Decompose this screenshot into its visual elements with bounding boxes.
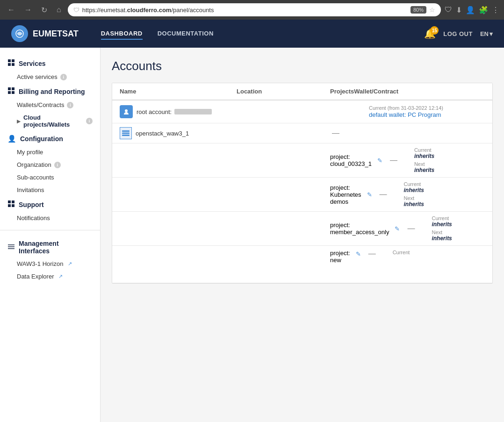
sidebar-section-management[interactable]: ManagementInterfaces xyxy=(0,236,100,257)
menu-icon[interactable]: ⋮ xyxy=(492,6,499,14)
sidebar-divider-1 xyxy=(0,230,100,230)
sidebar-item-sub-accounts[interactable]: Sub-accounts xyxy=(0,171,100,184)
project-2-location xyxy=(229,212,323,245)
project-2-projects: project: member_access_only ✎ — xyxy=(323,212,424,245)
project-2-current-label: Current xyxy=(432,215,452,221)
svg-rect-18 xyxy=(122,133,130,134)
project-1-current-label: Current xyxy=(404,181,424,187)
project-1-wallet: Current inherits ✎ Next inherits ✎ xyxy=(396,178,504,211)
svg-rect-2 xyxy=(12,59,14,62)
project-1-minus-button[interactable]: — xyxy=(378,190,389,199)
sidebar-section-billing[interactable]: Billing and Reporting xyxy=(0,83,100,99)
waw3-horizon-label: WAW3-1 Horizon xyxy=(17,260,63,267)
project-0-next-row: Next inherits ✎ xyxy=(414,160,504,174)
notifications-button[interactable]: 🔔 15 xyxy=(424,28,436,39)
project-0-minus-button[interactable]: — xyxy=(388,156,399,165)
root-location-cell xyxy=(229,100,323,123)
management-icon xyxy=(7,243,15,252)
account-person-icon xyxy=(120,105,133,118)
sidebar-item-notifications[interactable]: Notifications xyxy=(0,212,100,224)
billing-icon xyxy=(7,87,15,96)
project-row-2: project: member_access_only ✎ — Current … xyxy=(112,212,492,246)
sidebar-item-my-profile[interactable]: My profile xyxy=(0,146,100,158)
svg-rect-11 xyxy=(8,204,11,207)
back-button[interactable]: ← xyxy=(5,4,18,16)
bookmark-icon[interactable]: ☆ xyxy=(429,6,435,14)
sidebar-item-wallets-contracts[interactable]: Wallets/Contracts i xyxy=(0,99,100,111)
cloud-projects-info-icon[interactable]: i xyxy=(86,118,93,124)
sidebar-section-configuration[interactable]: 👤 Configuration xyxy=(0,131,100,146)
billing-label: Billing and Reporting xyxy=(19,88,85,95)
project-2-label: project: member_access_only xyxy=(330,222,389,236)
openstack-name-cell: openstack_waw3_1 xyxy=(112,123,229,143)
project-3-label: project: new xyxy=(330,250,350,264)
root-wallet-date: Current (from 31-03-2022 12:14) xyxy=(369,105,485,111)
sidebar-section-services[interactable]: Services xyxy=(0,55,100,71)
nav-documentation[interactable]: DOCUMENTATION xyxy=(158,28,214,40)
project-3-edit-button[interactable]: ✎ xyxy=(354,250,363,258)
logo-icon xyxy=(11,25,28,42)
project-0-wallet: Current inherits ✎ Next inherits ✎ xyxy=(407,143,504,177)
address-bar[interactable]: 🛡 https://eumetsat.cloudferro.com/panel/… xyxy=(68,3,441,16)
sidebar: Services Active services i Billing and R… xyxy=(0,48,101,422)
sidebar-item-data-explorer[interactable]: Data Explorer ↗ xyxy=(0,270,100,283)
sidebar-section-support[interactable]: Support xyxy=(0,196,100,212)
col-projects: Projects xyxy=(330,88,354,95)
wallets-info-icon[interactable]: i xyxy=(67,102,73,108)
openstack-collapse-button[interactable]: — xyxy=(330,129,341,137)
project-2-next-row: Next inherits ✎ xyxy=(432,229,504,243)
organization-info-icon[interactable]: i xyxy=(54,162,61,168)
wallets-label: Wallets/Contracts xyxy=(17,101,64,108)
url-display: https://eumetsat.cloudferro.com/panel/ac… xyxy=(82,7,408,14)
project-3-name xyxy=(112,246,229,283)
active-services-info-icon[interactable]: i xyxy=(60,74,67,80)
project-3-minus-button[interactable]: — xyxy=(367,250,378,258)
project-row-3: project: new ✎ — Current xyxy=(112,246,492,283)
project-row-0: project: cloud_00323_1 ✎ — Current inher… xyxy=(112,143,492,178)
top-navigation: EUMETSAT DASHBOARD DOCUMENTATION 🔔 15 LO… xyxy=(0,20,504,48)
project-1-edit-button[interactable]: ✎ xyxy=(365,190,374,199)
root-account-label: root account: xyxy=(137,108,172,115)
project-0-current-value: inherits xyxy=(414,153,434,159)
logo-text: EUMETSAT xyxy=(33,29,79,39)
openstack-wallet-cell xyxy=(361,123,492,143)
project-3-location xyxy=(229,246,323,283)
nav-right-section: 🔔 15 LOG OUT EN ▾ xyxy=(424,28,493,39)
root-wallet-link[interactable]: default wallet: PC Program xyxy=(369,111,441,118)
svg-rect-9 xyxy=(8,200,11,203)
svg-rect-8 xyxy=(12,91,14,94)
project-3-current-row: Current xyxy=(393,249,504,256)
profile-icon: 👤 xyxy=(466,6,475,14)
home-button[interactable]: ⌂ xyxy=(54,4,64,16)
project-0-edit-button[interactable]: ✎ xyxy=(375,156,384,165)
sidebar-item-invitations[interactable]: Invitations xyxy=(0,184,100,196)
extensions-icon: 🧩 xyxy=(479,6,488,14)
project-2-minus-button[interactable]: — xyxy=(405,224,417,233)
cloud-projects-label: Cloud projects/Wallets xyxy=(23,114,83,128)
cloud-projects-arrow: ▶ xyxy=(17,119,21,124)
svg-rect-12 xyxy=(12,204,14,207)
project-1-next-label: Next xyxy=(404,195,424,201)
project-1-current-value: inherits xyxy=(404,187,424,193)
openstack-name: openstack_waw3_1 xyxy=(136,130,189,137)
refresh-button[interactable]: ↻ xyxy=(38,4,50,16)
logout-button[interactable]: LOG OUT xyxy=(443,30,473,37)
project-2-edit-button[interactable]: ✎ xyxy=(393,224,402,233)
support-icon xyxy=(7,200,15,209)
sidebar-item-cloud-projects-wallets[interactable]: ▶ Cloud projects/Wallets i xyxy=(0,111,100,131)
svg-rect-10 xyxy=(12,200,14,203)
language-selector[interactable]: EN ▾ xyxy=(480,30,493,37)
forward-button[interactable]: → xyxy=(22,4,35,16)
invitations-label: Invitations xyxy=(17,186,44,193)
project-3-projects: project: new ✎ — xyxy=(323,246,385,283)
sidebar-item-organization[interactable]: Organization i xyxy=(0,158,100,171)
sidebar-item-waw3-horizon[interactable]: WAW3-1 Horizon ↗ xyxy=(0,257,100,270)
svg-rect-3 xyxy=(8,63,11,66)
management-label: ManagementInterfaces xyxy=(19,240,59,255)
project-2-current-row: Current inherits ✎ xyxy=(432,215,504,229)
project-1-label: project: Kubernetes demos xyxy=(330,184,361,205)
nav-dashboard[interactable]: DASHBOARD xyxy=(101,28,143,40)
openstack-location-cell xyxy=(229,123,323,143)
sidebar-item-active-services[interactable]: Active services i xyxy=(0,71,100,83)
project-row-1: project: Kubernetes demos ✎ — Current in… xyxy=(112,178,492,212)
